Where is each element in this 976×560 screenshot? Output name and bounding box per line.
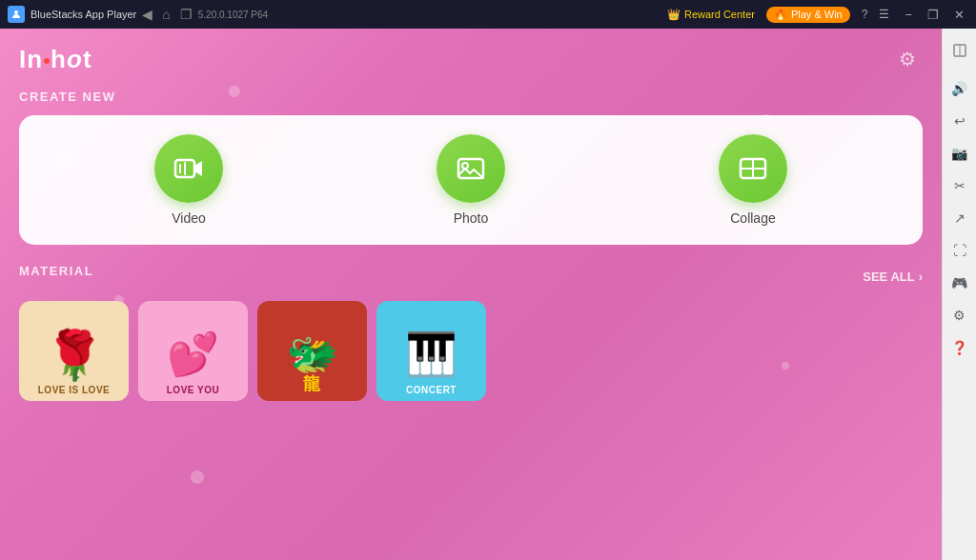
titlebar-app-name: BlueStacks App Player [30, 9, 136, 20]
material-header: MATERIAL SEE ALL › [19, 264, 923, 290]
dragon-label: 龍 [257, 372, 367, 395]
material-card-love-you[interactable]: 💕 LOVE YOU [138, 301, 248, 401]
titlebar-left: BlueStacks App Player ◀ ⌂ ❐ 5.20.0.1027 … [8, 6, 268, 23]
settings-icon: ⚙ [899, 48, 916, 70]
decorative-dot [191, 470, 204, 484]
dragon-art: 🐲 [286, 333, 338, 375]
play-win-button[interactable]: 🔥 Play & Win [766, 7, 850, 23]
back-button[interactable]: ◀ [142, 7, 152, 22]
create-card: Video Photo [19, 115, 923, 245]
reward-icon: 👑 [667, 9, 681, 21]
love-you-label: LOVE YOU [138, 385, 248, 395]
sidebar-rotate-button[interactable]: ↩ [946, 107, 974, 135]
svg-point-1 [14, 10, 18, 14]
create-video-item[interactable]: Video [154, 134, 223, 226]
create-collage-item[interactable]: Collage [719, 134, 787, 226]
create-section: CREATE NEW Video [19, 90, 923, 264]
rose-art: 🌹 [45, 331, 104, 379]
photo-icon-circle [437, 134, 505, 203]
create-new-title: CREATE NEW [19, 90, 923, 104]
sidebar-settings-button[interactable]: ⚙ [946, 301, 974, 330]
version-text: 5.20.0.1027 P64 [198, 10, 268, 20]
chevron-right-icon: › [919, 270, 923, 284]
play-win-label: Play & Win [791, 9, 843, 20]
titlebar: BlueStacks App Player ◀ ⌂ ❐ 5.20.0.1027 … [0, 0, 976, 29]
window-controls: − ❐ ✕ [901, 8, 968, 22]
titlebar-right: 👑 Reward Center 🔥 Play & Win ? ☰ − ❐ ✕ [667, 7, 968, 23]
main-container: ✦ ✦ Inhot ⚙ CREATE NEW [0, 29, 976, 560]
sidebar-sound-button[interactable]: 🔊 [946, 74, 974, 103]
sidebar-help-button[interactable]: ❓ [946, 333, 974, 362]
sidebar-expand-button[interactable] [946, 36, 974, 65]
reward-center-button[interactable]: 👑 Reward Center [667, 9, 755, 21]
create-photo-item[interactable]: Photo [437, 134, 505, 226]
material-title: MATERIAL [19, 264, 93, 278]
settings-button[interactable]: ⚙ [892, 44, 923, 74]
home-button[interactable]: ⌂ [162, 7, 170, 22]
sidebar-camera-button[interactable]: 📷 [946, 139, 974, 168]
logo-dot-accent [44, 58, 50, 64]
sidebar-share-button[interactable]: ↗ [946, 204, 974, 232]
titlebar-nav: ◀ ⌂ ❐ [142, 7, 192, 22]
multi-button[interactable]: ❐ [180, 7, 193, 22]
help-button[interactable]: ? [862, 8, 868, 21]
material-card-love-is-love[interactable]: 🌹 LOVE IS LOVE [19, 301, 129, 401]
love-art: 💕 [167, 333, 219, 375]
app-area: ✦ ✦ Inhot ⚙ CREATE NEW [0, 29, 942, 560]
see-all-label: SEE ALL [863, 270, 914, 284]
close-button[interactable]: ✕ [950, 8, 968, 22]
sidebar-screenshot-button[interactable]: ✂ [946, 171, 974, 200]
video-label: Video [172, 210, 206, 226]
minimize-button[interactable]: − [901, 8, 916, 22]
app-logo-icon [8, 6, 25, 23]
restore-button[interactable]: ❐ [924, 8, 943, 22]
see-all-button[interactable]: SEE ALL › [863, 270, 923, 284]
sidebar-gamepad-button[interactable]: 🎮 [946, 269, 974, 297]
reward-label: Reward Center [684, 9, 755, 20]
app-header: Inhot ⚙ [19, 44, 923, 74]
play-win-icon: 🔥 [774, 9, 787, 21]
photo-label: Photo [454, 210, 489, 226]
sidebar-fullscreen-button[interactable]: ⛶ [946, 236, 974, 265]
material-card-dragon[interactable]: 🐲 龍 [257, 301, 367, 401]
love-is-love-label: LOVE IS LOVE [19, 385, 129, 395]
concert-art: 🎹 [405, 333, 458, 375]
collage-icon-circle [719, 134, 787, 203]
inshot-logo: Inhot [19, 45, 92, 74]
material-section: MATERIAL SEE ALL › 🌹 LOVE IS LOVE [19, 264, 923, 401]
concert-label: CONCERT [376, 385, 486, 395]
collage-label: Collage [730, 210, 775, 226]
menu-button[interactable]: ☰ [879, 8, 889, 21]
video-icon-circle [154, 134, 223, 203]
right-sidebar: 🔊 ↩ 📷 ✂ ↗ ⛶ 🎮 ⚙ ❓ [942, 29, 976, 560]
material-grid: 🌹 LOVE IS LOVE 💕 LOVE YOU 🐲 龍 [19, 301, 923, 401]
material-card-concert[interactable]: 🎹 CONCERT [376, 301, 486, 401]
